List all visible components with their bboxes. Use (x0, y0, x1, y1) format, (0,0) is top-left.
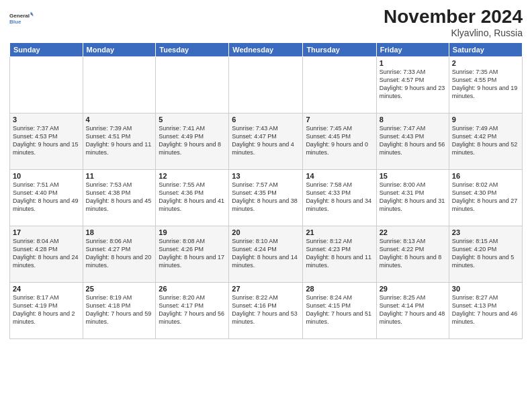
day-number: 7 (306, 116, 373, 124)
calendar-cell: 1Sunrise: 7:33 AM Sunset: 4:57 PM Daylig… (376, 56, 449, 113)
day-info: Sunrise: 8:10 AM Sunset: 4:24 PM Dayligh… (232, 237, 300, 270)
day-info: Sunrise: 7:49 AM Sunset: 4:42 PM Dayligh… (452, 124, 519, 157)
calendar-cell: 11Sunrise: 7:53 AM Sunset: 4:38 PM Dayli… (83, 169, 156, 226)
day-info: Sunrise: 8:15 AM Sunset: 4:20 PM Dayligh… (452, 237, 519, 270)
day-info: Sunrise: 8:12 AM Sunset: 4:23 PM Dayligh… (306, 237, 373, 270)
svg-text:Blue: Blue (9, 19, 21, 25)
calendar-cell (10, 56, 83, 113)
calendar-cell: 8Sunrise: 7:47 AM Sunset: 4:43 PM Daylig… (376, 113, 449, 169)
day-number: 23 (452, 228, 519, 236)
day-number: 25 (86, 285, 153, 293)
calendar-cell: 19Sunrise: 8:08 AM Sunset: 4:26 PM Dayli… (156, 226, 229, 282)
day-info: Sunrise: 7:55 AM Sunset: 4:36 PM Dayligh… (159, 181, 226, 214)
calendar-cell: 2Sunrise: 7:35 AM Sunset: 4:55 PM Daylig… (449, 56, 522, 113)
calendar-cell: 5Sunrise: 7:41 AM Sunset: 4:49 PM Daylig… (156, 113, 229, 169)
day-info: Sunrise: 8:17 AM Sunset: 4:19 PM Dayligh… (13, 293, 80, 326)
day-number: 22 (380, 228, 446, 236)
day-number: 29 (380, 285, 446, 293)
day-info: Sunrise: 8:27 AM Sunset: 4:13 PM Dayligh… (452, 293, 519, 326)
day-number: 18 (86, 228, 153, 236)
day-info: Sunrise: 7:51 AM Sunset: 4:40 PM Dayligh… (13, 181, 80, 214)
day-number: 3 (13, 116, 80, 124)
day-info: Sunrise: 8:02 AM Sunset: 4:30 PM Dayligh… (452, 181, 519, 214)
day-info: Sunrise: 7:43 AM Sunset: 4:47 PM Dayligh… (232, 124, 300, 157)
week-row-1: 1Sunrise: 7:33 AM Sunset: 4:57 PM Daylig… (10, 56, 523, 113)
calendar-cell: 9Sunrise: 7:49 AM Sunset: 4:42 PM Daylig… (449, 113, 522, 169)
calendar-cell: 20Sunrise: 8:10 AM Sunset: 4:24 PM Dayli… (229, 226, 303, 282)
day-info: Sunrise: 8:25 AM Sunset: 4:14 PM Dayligh… (380, 293, 446, 326)
day-info: Sunrise: 8:20 AM Sunset: 4:17 PM Dayligh… (159, 293, 226, 326)
calendar-header-row: SundayMondayTuesdayWednesdayThursdayFrid… (10, 42, 523, 56)
day-info: Sunrise: 8:22 AM Sunset: 4:16 PM Dayligh… (232, 293, 300, 326)
day-number: 14 (306, 172, 373, 180)
day-number: 24 (13, 285, 80, 293)
calendar-cell: 18Sunrise: 8:06 AM Sunset: 4:27 PM Dayli… (83, 226, 156, 282)
calendar-cell: 24Sunrise: 8:17 AM Sunset: 4:19 PM Dayli… (10, 282, 83, 338)
header-tuesday: Tuesday (156, 42, 229, 56)
header-wednesday: Wednesday (229, 42, 303, 56)
header-friday: Friday (376, 42, 449, 56)
day-number: 19 (159, 228, 226, 236)
calendar-cell: 23Sunrise: 8:15 AM Sunset: 4:20 PM Dayli… (449, 226, 522, 282)
calendar-cell: 4Sunrise: 7:39 AM Sunset: 4:51 PM Daylig… (83, 113, 156, 169)
logo: General Blue (9, 7, 34, 31)
day-number: 30 (452, 285, 519, 293)
calendar-cell (303, 56, 376, 113)
day-info: Sunrise: 8:04 AM Sunset: 4:28 PM Dayligh… (13, 237, 80, 270)
calendar: SundayMondayTuesdayWednesdayThursdayFrid… (9, 42, 523, 339)
location-title: Klyavlino, Russia (384, 28, 523, 38)
day-number: 9 (452, 116, 519, 124)
day-number: 15 (380, 172, 446, 180)
calendar-cell: 15Sunrise: 8:00 AM Sunset: 4:31 PM Dayli… (376, 169, 449, 226)
header-saturday: Saturday (449, 42, 522, 56)
calendar-cell: 10Sunrise: 7:51 AM Sunset: 4:40 PM Dayli… (10, 169, 83, 226)
svg-marker-3 (30, 13, 34, 17)
calendar-cell (156, 56, 229, 113)
week-row-2: 3Sunrise: 7:37 AM Sunset: 4:53 PM Daylig… (10, 113, 523, 169)
month-title: November 2024 (384, 7, 523, 28)
calendar-cell: 26Sunrise: 8:20 AM Sunset: 4:17 PM Dayli… (156, 282, 229, 338)
day-number: 6 (232, 116, 300, 124)
day-info: Sunrise: 7:47 AM Sunset: 4:43 PM Dayligh… (380, 124, 446, 157)
day-number: 20 (232, 228, 300, 236)
calendar-cell: 29Sunrise: 8:25 AM Sunset: 4:14 PM Dayli… (376, 282, 449, 338)
week-row-4: 17Sunrise: 8:04 AM Sunset: 4:28 PM Dayli… (10, 226, 523, 282)
week-row-3: 10Sunrise: 7:51 AM Sunset: 4:40 PM Dayli… (10, 169, 523, 226)
svg-text:General: General (9, 13, 30, 19)
day-number: 26 (159, 285, 226, 293)
calendar-cell: 27Sunrise: 8:22 AM Sunset: 4:16 PM Dayli… (229, 282, 303, 338)
week-row-5: 24Sunrise: 8:17 AM Sunset: 4:19 PM Dayli… (10, 282, 523, 338)
day-info: Sunrise: 7:57 AM Sunset: 4:35 PM Dayligh… (232, 181, 300, 214)
calendar-cell (83, 56, 156, 113)
day-number: 28 (306, 285, 373, 293)
calendar-cell: 14Sunrise: 7:58 AM Sunset: 4:33 PM Dayli… (303, 169, 376, 226)
calendar-cell: 30Sunrise: 8:27 AM Sunset: 4:13 PM Dayli… (449, 282, 522, 338)
day-number: 4 (86, 116, 153, 124)
calendar-body: 1Sunrise: 7:33 AM Sunset: 4:57 PM Daylig… (10, 56, 523, 338)
day-number: 1 (380, 59, 446, 67)
day-info: Sunrise: 7:45 AM Sunset: 4:45 PM Dayligh… (306, 124, 373, 157)
calendar-cell: 6Sunrise: 7:43 AM Sunset: 4:47 PM Daylig… (229, 113, 303, 169)
calendar-cell: 13Sunrise: 7:57 AM Sunset: 4:35 PM Dayli… (229, 169, 303, 226)
day-number: 16 (452, 172, 519, 180)
header-thursday: Thursday (303, 42, 376, 56)
header-monday: Monday (83, 42, 156, 56)
day-info: Sunrise: 7:39 AM Sunset: 4:51 PM Dayligh… (86, 124, 153, 157)
day-info: Sunrise: 8:13 AM Sunset: 4:22 PM Dayligh… (380, 237, 446, 270)
day-number: 8 (380, 116, 446, 124)
title-block: November 2024 Klyavlino, Russia (384, 7, 523, 38)
day-info: Sunrise: 7:53 AM Sunset: 4:38 PM Dayligh… (86, 181, 153, 214)
day-info: Sunrise: 7:33 AM Sunset: 4:57 PM Dayligh… (380, 68, 446, 101)
calendar-cell: 3Sunrise: 7:37 AM Sunset: 4:53 PM Daylig… (10, 113, 83, 169)
day-number: 5 (159, 116, 226, 124)
day-info: Sunrise: 8:08 AM Sunset: 4:26 PM Dayligh… (159, 237, 226, 270)
calendar-cell: 12Sunrise: 7:55 AM Sunset: 4:36 PM Dayli… (156, 169, 229, 226)
day-info: Sunrise: 7:41 AM Sunset: 4:49 PM Dayligh… (159, 124, 226, 157)
day-info: Sunrise: 8:24 AM Sunset: 4:15 PM Dayligh… (306, 293, 373, 326)
calendar-cell: 21Sunrise: 8:12 AM Sunset: 4:23 PM Dayli… (303, 226, 376, 282)
day-info: Sunrise: 8:00 AM Sunset: 4:31 PM Dayligh… (380, 181, 446, 214)
day-number: 10 (13, 172, 80, 180)
day-info: Sunrise: 8:19 AM Sunset: 4:18 PM Dayligh… (86, 293, 153, 326)
calendar-cell: 25Sunrise: 8:19 AM Sunset: 4:18 PM Dayli… (83, 282, 156, 338)
day-number: 2 (452, 59, 519, 67)
